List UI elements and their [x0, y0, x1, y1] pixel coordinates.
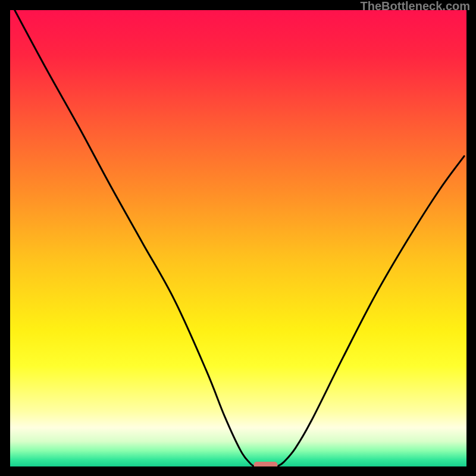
bottleneck-chart [10, 10, 466, 466]
chart-background [10, 10, 466, 466]
chart-frame: TheBottleneck.com [0, 0, 476, 476]
optimal-marker [254, 462, 278, 466]
watermark-text: TheBottleneck.com [361, 0, 470, 13]
